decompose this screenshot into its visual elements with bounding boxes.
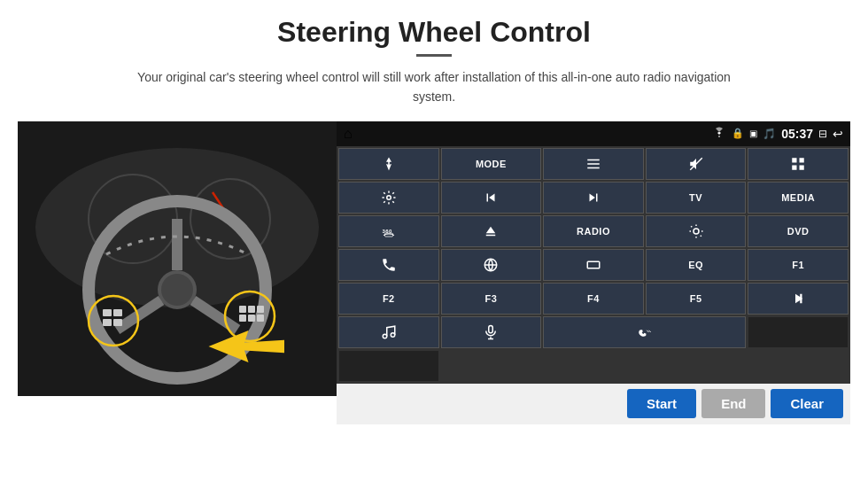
svg-rect-17	[239, 306, 246, 313]
dvd-button[interactable]: DVD	[748, 215, 849, 247]
svg-rect-18	[248, 306, 255, 313]
start-button[interactable]: Start	[627, 389, 696, 418]
svg-point-7	[161, 274, 193, 306]
sim-icon: ▣	[749, 128, 757, 138]
screen-icon: ⊟	[818, 128, 827, 140]
svg-line-51	[648, 330, 650, 332]
svg-line-38	[691, 226, 692, 227]
brightness-button[interactable]	[646, 215, 747, 247]
apps-button[interactable]	[748, 148, 849, 180]
svg-rect-25	[587, 163, 600, 165]
mode-button[interactable]: MODE	[441, 148, 542, 180]
svg-rect-43	[587, 261, 600, 268]
status-time: 05:37	[781, 127, 813, 141]
bluetooth-icon: 🎵	[763, 128, 776, 140]
steering-wheel-image	[18, 121, 337, 396]
svg-point-35	[694, 229, 699, 234]
settings-button[interactable]	[338, 182, 439, 214]
svg-rect-22	[257, 315, 264, 322]
f2-button[interactable]: F2	[338, 283, 439, 315]
back-icon[interactable]: ↩	[833, 127, 843, 141]
clear-button[interactable]: Clear	[771, 389, 843, 418]
eq-button[interactable]: EQ	[646, 249, 747, 281]
svg-point-32	[387, 196, 391, 200]
svg-rect-47	[489, 325, 493, 332]
svg-rect-26	[587, 167, 600, 169]
f3-button[interactable]: F3	[441, 283, 542, 315]
svg-rect-21	[248, 315, 255, 322]
svg-rect-13	[103, 309, 112, 316]
tv-button[interactable]: TV	[646, 182, 747, 214]
svg-rect-29	[800, 158, 804, 162]
svg-line-39	[700, 236, 701, 237]
lock-icon: 🔒	[732, 128, 744, 139]
empty-btn-2	[338, 350, 439, 382]
mic-button[interactable]	[441, 316, 542, 348]
360-button[interactable]: 360	[338, 215, 439, 247]
title-divider	[416, 54, 452, 57]
list-button[interactable]	[543, 148, 644, 180]
next-button[interactable]	[543, 182, 644, 214]
svg-rect-30	[792, 165, 796, 169]
nav-button[interactable]	[338, 148, 439, 180]
page-title: Steering Wheel Control	[277, 16, 591, 49]
button-grid: MODE TV	[337, 146, 850, 384]
svg-text:360: 360	[382, 228, 391, 233]
eject-button[interactable]	[441, 215, 542, 247]
svg-rect-31	[800, 165, 804, 169]
call-button[interactable]	[543, 316, 746, 348]
music-button[interactable]	[338, 316, 439, 348]
svg-rect-19	[257, 306, 264, 313]
svg-line-50	[647, 330, 648, 332]
end-button[interactable]: End	[701, 389, 765, 418]
svg-rect-16	[113, 319, 122, 326]
control-panel: ⌂ 🔒 ▣ 🎵 05:37 ⊟ ↩	[337, 121, 850, 424]
playpause-button[interactable]	[748, 283, 849, 315]
browser-button[interactable]	[441, 249, 542, 281]
prev-button[interactable]	[441, 182, 542, 214]
content-row: ⌂ 🔒 ▣ 🎵 05:37 ⊟ ↩	[18, 121, 850, 424]
f5-button[interactable]: F5	[646, 283, 747, 315]
wifi-icon	[712, 127, 726, 140]
svg-point-46	[391, 333, 395, 338]
empty-btn-1	[748, 316, 849, 348]
svg-rect-28	[792, 158, 796, 162]
status-bar: ⌂ 🔒 ▣ 🎵 05:37 ⊟ ↩	[337, 121, 850, 146]
f1-button[interactable]: F1	[748, 249, 849, 281]
page-container: Steering Wheel Control Your original car…	[0, 0, 868, 482]
phone-button[interactable]	[338, 249, 439, 281]
svg-rect-14	[113, 309, 122, 316]
svg-rect-15	[103, 319, 112, 326]
mute-button[interactable]	[646, 148, 747, 180]
svg-rect-24	[587, 159, 600, 161]
radio-button[interactable]: RADIO	[543, 215, 644, 247]
bottom-bar: Start End Clear	[337, 384, 850, 424]
rect-button[interactable]	[543, 249, 644, 281]
media-button[interactable]: MEDIA	[748, 182, 849, 214]
home-icon[interactable]: ⌂	[344, 126, 353, 142]
svg-point-45	[383, 334, 387, 338]
svg-rect-44	[800, 294, 802, 304]
svg-rect-20	[239, 315, 246, 322]
f4-button[interactable]: F4	[543, 283, 644, 315]
page-subtitle: Your original car's steering wheel contr…	[124, 67, 744, 107]
